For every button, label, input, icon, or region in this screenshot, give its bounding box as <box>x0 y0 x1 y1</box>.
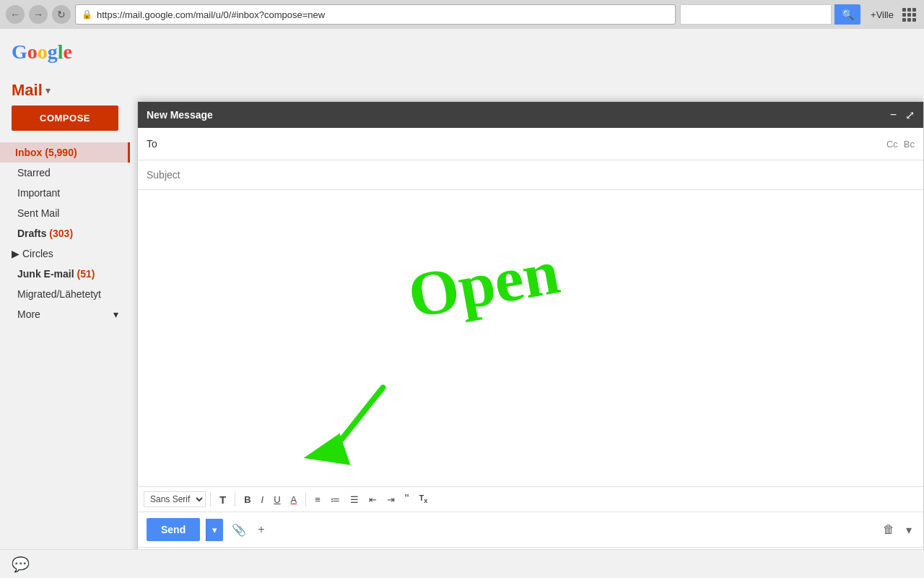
forward-button[interactable]: → <box>29 5 48 24</box>
compose-to-row: To Cc Bc <box>138 128 923 160</box>
sidebar-item-inbox[interactable]: Inbox (5,990) <box>0 142 130 163</box>
compose-cc-label[interactable]: Cc <box>886 139 898 150</box>
font-family-select[interactable]: Sans Serif <box>144 491 206 507</box>
browser-search-button[interactable]: 🔍 <box>834 4 860 25</box>
compose-to-label: To <box>147 138 161 150</box>
lock-icon: 🔒 <box>82 9 92 20</box>
compose-subject-input[interactable] <box>147 160 915 189</box>
user-area: +Ville <box>871 5 918 24</box>
compose-bcc-label[interactable]: Bc <box>904 139 915 150</box>
sidebar-item-starred[interactable]: Starred <box>0 163 130 183</box>
search-area: 🔍 <box>680 4 860 25</box>
unordered-list-button[interactable]: ☰ <box>346 491 363 508</box>
send-button[interactable]: Send <box>147 518 200 541</box>
formatting-toolbar: Sans Serif T B I U A ≡ ≔ ☰ ⇤ ⇥ " Tx <box>138 486 923 512</box>
sidebar-item-migrated[interactable]: Migrated/Lähetetyt <box>0 284 130 304</box>
compose-header[interactable]: New Message − ⤢ <box>138 102 923 128</box>
more-label: More <box>17 309 40 320</box>
toolbar-separator-2 <box>235 492 235 506</box>
italic-button[interactable]: I <box>257 491 269 508</box>
compose-subject-row <box>138 160 923 190</box>
circles-label: Circles <box>22 248 53 259</box>
sidebar-item-important[interactable]: Important <box>0 183 130 203</box>
mail-label: Mail <box>12 81 43 100</box>
important-label: Important <box>17 187 60 199</box>
compose-body: Open <box>138 190 923 486</box>
compose-to-input[interactable] <box>167 128 886 160</box>
quote-button[interactable]: " <box>401 490 414 509</box>
sidebar-item-sent[interactable]: Sent Mail <box>0 203 130 223</box>
send-options-button[interactable]: ▾ <box>206 519 223 541</box>
compose-expand-button[interactable]: ⤢ <box>905 108 915 122</box>
migrated-label: Migrated/Lähetetyt <box>17 288 101 300</box>
ordered-list-button[interactable]: ≔ <box>326 491 344 508</box>
font-color-button[interactable]: A <box>287 491 302 508</box>
compose-button[interactable]: COMPOSE <box>12 105 118 131</box>
back-button[interactable]: ← <box>6 5 25 24</box>
refresh-button[interactable]: ↻ <box>52 5 71 24</box>
url-text: https://mail.google.com/mail/u/0/#inbox?… <box>97 9 325 20</box>
indent-less-button[interactable]: ⇤ <box>365 491 381 508</box>
browser-search-input[interactable] <box>680 4 832 25</box>
user-name: +Ville <box>871 9 894 20</box>
toolbar-separator-3 <box>305 492 306 506</box>
more-actions-button[interactable]: + <box>255 520 267 539</box>
font-size-button[interactable]: T <box>215 491 230 509</box>
indent-more-button[interactable]: ⇥ <box>383 491 399 508</box>
mail-dropdown-icon[interactable]: ▾ <box>45 85 51 96</box>
compose-controls: − ⤢ <box>890 108 915 122</box>
more-send-options-button[interactable]: ▾ <box>903 520 915 540</box>
compose-minimize-button[interactable]: − <box>890 108 897 122</box>
junk-label: Junk E-mail (51) <box>17 268 95 280</box>
sidebar-item-junk[interactable]: Junk E-mail (51) <box>0 264 130 284</box>
sidebar-circles[interactable]: ▶ Circles <box>0 243 130 264</box>
underline-button[interactable]: U <box>269 491 284 508</box>
starred-label: Starred <box>17 167 51 178</box>
google-logo: G o o g l e <box>0 35 130 75</box>
sidebar-item-drafts[interactable]: Drafts (303) <box>0 223 130 243</box>
inbox-label: Inbox (5,990) <box>15 147 77 158</box>
compose-title: New Message <box>147 109 213 121</box>
apps-button[interactable] <box>899 5 918 24</box>
compose-body-textarea[interactable] <box>147 199 915 478</box>
circles-arrow-icon: ▶ <box>12 248 19 259</box>
apps-grid-icon <box>902 8 916 22</box>
bold-button[interactable]: B <box>240 491 255 508</box>
sent-label: Sent Mail <box>17 207 59 219</box>
delete-draft-button[interactable]: 🗑 <box>880 520 897 539</box>
sidebar: G o o g l e Mail ▾ COMPOSE Inbox (5,990)… <box>0 29 130 578</box>
toolbar-separator-1 <box>210 492 211 506</box>
mail-label-area: Mail ▾ <box>0 75 130 105</box>
compose-window: New Message − ⤢ To Cc Bc <box>137 101 924 578</box>
drafts-label: Drafts (303) <box>17 228 73 239</box>
content-area: New Message − ⤢ To Cc Bc <box>130 29 924 578</box>
align-button[interactable]: ≡ <box>310 491 325 508</box>
address-bar[interactable]: 🔒 https://mail.google.com/mail/u/0/#inbo… <box>75 4 676 25</box>
attach-file-button[interactable]: 📎 <box>229 520 249 540</box>
compose-actions: Send ▾ 📎 + 🗑 ▾ <box>138 512 923 547</box>
bottom-bar: 💬 <box>0 549 924 578</box>
more-arrow-icon: ▾ <box>113 309 118 320</box>
chat-icon[interactable]: 💬 <box>12 556 30 573</box>
sidebar-item-more[interactable]: More ▾ <box>0 304 130 324</box>
remove-format-button[interactable]: Tx <box>415 491 432 507</box>
